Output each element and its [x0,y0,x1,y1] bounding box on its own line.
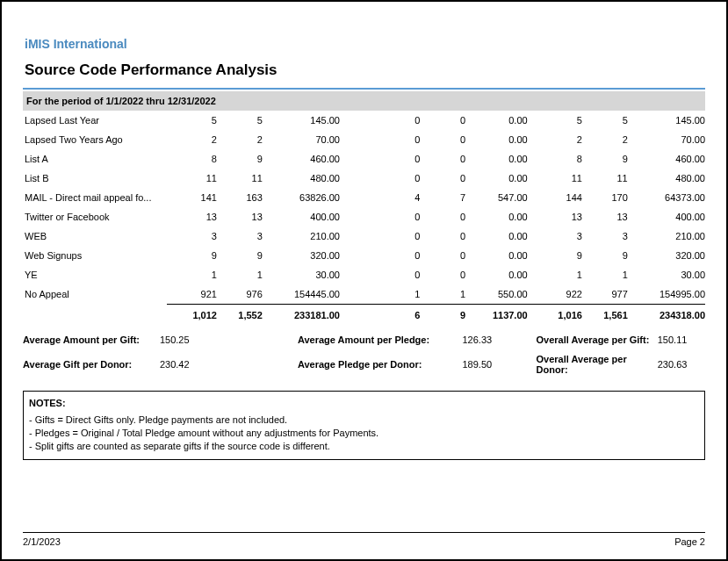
row-cell-c7: 2 [528,130,582,149]
avg-amount-per-gift-label: Average Amount per Gift: [23,334,160,345]
row-cell-c4: 0 [340,169,420,188]
row-label: List A [23,149,167,169]
avg-row-2: Average Gift per Donor: 230.42 Average P… [23,354,705,375]
totals-c5: 9 [420,305,465,328]
row-cell-c8: 3 [582,227,628,246]
row-cell-c3: 70.00 [263,130,340,149]
row-cell-c7: 922 [528,284,582,305]
row-cell-c4: 0 [340,111,420,130]
row-cell-c5: 0 [420,169,465,188]
performance-table: Lapsed Last Year55145.00000.0055145.00La… [23,111,705,327]
row-cell-c5: 0 [420,149,465,169]
row-cell-c9: 30.00 [628,265,705,284]
row-cell-c4: 0 [340,207,420,227]
row-cell-c4: 0 [340,246,420,265]
row-cell-c5: 0 [420,265,465,284]
averages-block: Average Amount per Gift: 150.25 Average … [23,334,705,375]
row-label: Lapsed Two Years Ago [23,130,167,149]
row-cell-c1: 1 [167,265,217,284]
row-cell-c5: 0 [420,227,465,246]
footer-page: Page 2 [674,536,705,547]
avg-pledge-per-donor-value: 189.50 [463,354,528,375]
overall-avg-per-gift-value: 150.11 [658,334,705,345]
row-label: Web Signups [23,246,167,265]
row-cell-c8: 5 [582,111,628,130]
avg-row-1: Average Amount per Gift: 150.25 Average … [23,334,705,345]
avg-amount-per-gift-value: 150.25 [160,334,294,345]
overall-avg-per-donor-value: 230.63 [658,354,705,375]
row-cell-c2: 9 [217,149,263,169]
row-cell-c6: 0.00 [465,246,528,265]
row-cell-c1: 13 [167,207,217,227]
row-cell-c8: 170 [582,188,628,207]
row-cell-c1: 141 [167,188,217,207]
row-cell-c7: 144 [528,188,582,207]
row-cell-c6: 0.00 [465,111,528,130]
notes-line-3: - Split gifts are counted as separate gi… [29,440,699,453]
row-cell-c3: 320.00 [263,246,340,265]
page-footer: 2/1/2023 Page 2 [23,532,705,547]
overall-avg-per-gift-label: Overall Average per Gift: [528,334,658,345]
row-cell-c4: 0 [340,130,420,149]
notes-title: NOTES: [29,397,699,410]
avg-gift-per-donor-value: 230.42 [160,354,294,375]
row-cell-c6: 547.00 [465,188,528,207]
row-cell-c5: 0 [420,246,465,265]
row-cell-c8: 13 [582,207,628,227]
table-row: WEB33210.00000.0033210.00 [23,227,705,246]
row-cell-c6: 0.00 [465,207,528,227]
notes-line-1: - Gifts = Direct Gifts only. Pledge paym… [29,414,699,427]
row-cell-c8: 977 [582,284,628,305]
row-cell-c2: 5 [217,111,263,130]
row-cell-c7: 9 [528,246,582,265]
table-row: YE1130.00000.001130.00 [23,265,705,284]
row-cell-c3: 480.00 [263,169,340,188]
row-cell-c7: 3 [528,227,582,246]
row-cell-c1: 2 [167,130,217,149]
overall-avg-per-donor-label: Overall Average per Donor: [528,354,658,375]
row-cell-c5: 0 [420,130,465,149]
row-cell-c4: 0 [340,149,420,169]
totals-row: 1,012 1,552 233181.00 6 9 1137.00 1,016 … [23,305,705,328]
footer-date: 2/1/2023 [23,536,61,547]
row-cell-c3: 63826.00 [263,188,340,207]
totals-c1: 1,012 [167,305,217,328]
row-cell-c3: 460.00 [263,149,340,169]
row-cell-c9: 70.00 [628,130,705,149]
table-row: List A89460.00000.0089460.00 [23,149,705,169]
row-cell-c2: 11 [217,169,263,188]
row-cell-c4: 0 [340,227,420,246]
row-cell-c6: 550.00 [465,284,528,305]
row-cell-c4: 0 [340,265,420,284]
avg-amount-per-pledge-value: 126.33 [463,334,528,345]
row-cell-c7: 5 [528,111,582,130]
row-cell-c2: 3 [217,227,263,246]
row-cell-c8: 9 [582,246,628,265]
row-cell-c8: 2 [582,130,628,149]
row-cell-c8: 1 [582,265,628,284]
row-label: List B [23,169,167,188]
totals-label [23,305,167,328]
table-row: Lapsed Last Year55145.00000.0055145.00 [23,111,705,130]
totals-c4: 6 [340,305,420,328]
row-cell-c7: 1 [528,265,582,284]
table-row: No Appeal921976154445.0011550.0092297715… [23,284,705,305]
avg-gift-per-donor-label: Average Gift per Donor: [23,354,160,375]
totals-c8: 1,561 [582,305,628,328]
table-row: MAIL - Direct mail appeal fo...141163638… [23,188,705,207]
row-cell-c9: 460.00 [628,149,705,169]
row-cell-c1: 11 [167,169,217,188]
row-cell-c5: 0 [420,207,465,227]
row-cell-c1: 8 [167,149,217,169]
row-cell-c2: 976 [217,284,263,305]
row-cell-c5: 0 [420,111,465,130]
row-cell-c7: 11 [528,169,582,188]
row-cell-c2: 163 [217,188,263,207]
report-page: iMIS International Source Code Performan… [0,0,728,561]
totals-c7: 1,016 [528,305,582,328]
row-label: Lapsed Last Year [23,111,167,130]
row-cell-c6: 0.00 [465,149,528,169]
row-cell-c3: 145.00 [263,111,340,130]
row-cell-c7: 13 [528,207,582,227]
period-bar: For the period of 1/1/2022 thru 12/31/20… [23,91,705,111]
